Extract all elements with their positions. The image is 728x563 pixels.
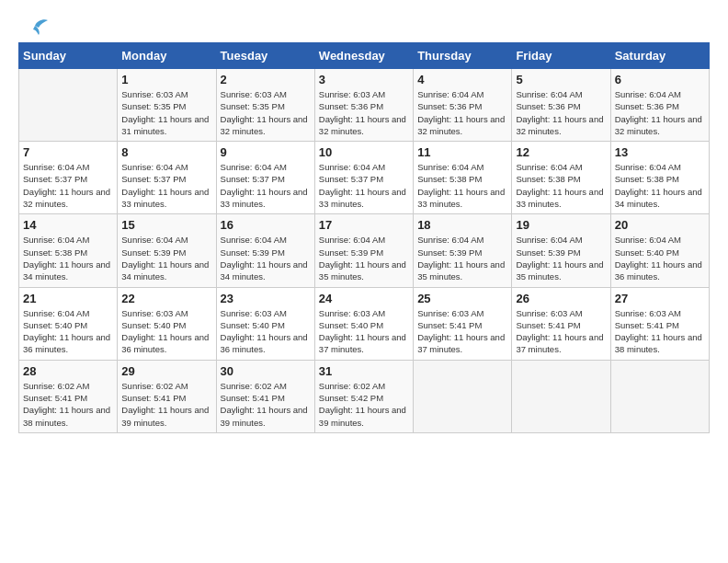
day-info: Sunrise: 6:04 AMSunset: 5:40 PMDaylight:… — [615, 234, 705, 282]
calendar-cell: 19Sunrise: 6:04 AMSunset: 5:39 PMDayligh… — [512, 214, 610, 287]
calendar-cell: 11Sunrise: 6:04 AMSunset: 5:38 PMDayligh… — [414, 142, 512, 214]
day-number: 22 — [121, 292, 211, 305]
logo-bird-icon — [20, 18, 50, 37]
day-number: 27 — [615, 292, 705, 305]
day-number: 18 — [417, 218, 507, 232]
day-number: 5 — [516, 73, 606, 86]
calendar-cell: 25Sunrise: 6:03 AMSunset: 5:41 PMDayligh… — [414, 287, 512, 360]
day-number: 28 — [23, 364, 113, 378]
day-info: Sunrise: 6:03 AMSunset: 5:40 PMDaylight:… — [319, 307, 409, 356]
day-number: 2 — [221, 73, 311, 86]
day-number: 4 — [417, 73, 507, 86]
calendar-cell: 7Sunrise: 6:04 AMSunset: 5:37 PMDaylight… — [19, 142, 118, 214]
calendar-cell: 31Sunrise: 6:02 AMSunset: 5:42 PMDayligh… — [314, 360, 413, 432]
day-info: Sunrise: 6:02 AMSunset: 5:42 PMDaylight:… — [319, 380, 409, 429]
calendar-table: SundayMondayTuesdayWednesdayThursdayFrid… — [18, 42, 710, 433]
calendar-cell: 15Sunrise: 6:04 AMSunset: 5:39 PMDayligh… — [118, 214, 216, 287]
day-info: Sunrise: 6:03 AMSunset: 5:40 PMDaylight:… — [221, 307, 311, 356]
day-number: 12 — [516, 145, 606, 159]
calendar-cell — [610, 360, 709, 432]
calendar-week-1: 1Sunrise: 6:03 AMSunset: 5:35 PMDaylight… — [19, 69, 710, 142]
calendar-cell — [512, 360, 610, 432]
calendar-cell: 4Sunrise: 6:04 AMSunset: 5:36 PMDaylight… — [414, 69, 512, 142]
day-info: Sunrise: 6:04 AMSunset: 5:37 PMDaylight:… — [23, 161, 113, 210]
day-number: 31 — [319, 364, 409, 378]
calendar-cell: 29Sunrise: 6:02 AMSunset: 5:41 PMDayligh… — [118, 360, 216, 432]
day-number: 19 — [516, 218, 606, 232]
calendar-week-4: 21Sunrise: 6:04 AMSunset: 5:40 PMDayligh… — [19, 287, 710, 360]
day-info: Sunrise: 6:04 AMSunset: 5:38 PMDaylight:… — [615, 161, 705, 210]
day-info: Sunrise: 6:04 AMSunset: 5:40 PMDaylight:… — [23, 307, 113, 356]
calendar-cell: 1Sunrise: 6:03 AMSunset: 5:35 PMDaylight… — [118, 69, 216, 142]
day-number: 29 — [121, 364, 211, 378]
day-number: 10 — [319, 145, 409, 159]
day-number: 17 — [319, 218, 409, 232]
day-info: Sunrise: 6:04 AMSunset: 5:36 PMDaylight:… — [615, 88, 705, 137]
header-monday: Monday — [118, 43, 216, 69]
calendar-cell: 28Sunrise: 6:02 AMSunset: 5:41 PMDayligh… — [19, 360, 118, 432]
day-info: Sunrise: 6:02 AMSunset: 5:41 PMDaylight:… — [23, 380, 113, 429]
header-tuesday: Tuesday — [216, 43, 314, 69]
calendar-cell: 9Sunrise: 6:04 AMSunset: 5:37 PMDaylight… — [216, 142, 314, 214]
header-sunday: Sunday — [19, 43, 118, 69]
calendar-cell: 6Sunrise: 6:04 AMSunset: 5:36 PMDaylight… — [610, 69, 709, 142]
day-info: Sunrise: 6:04 AMSunset: 5:38 PMDaylight:… — [516, 161, 606, 210]
day-number: 13 — [615, 145, 705, 159]
day-number: 20 — [615, 218, 705, 232]
calendar-header-row: SundayMondayTuesdayWednesdayThursdayFrid… — [19, 43, 710, 69]
day-info: Sunrise: 6:04 AMSunset: 5:38 PMDaylight:… — [23, 234, 113, 282]
calendar-cell: 23Sunrise: 6:03 AMSunset: 5:40 PMDayligh… — [216, 287, 314, 360]
day-number: 8 — [121, 145, 211, 159]
day-number: 3 — [319, 73, 409, 86]
day-number: 21 — [23, 292, 113, 305]
calendar-cell: 26Sunrise: 6:03 AMSunset: 5:41 PMDayligh… — [512, 287, 610, 360]
day-info: Sunrise: 6:03 AMSunset: 5:41 PMDaylight:… — [615, 307, 705, 356]
calendar-week-2: 7Sunrise: 6:04 AMSunset: 5:37 PMDaylight… — [19, 142, 710, 214]
day-info: Sunrise: 6:02 AMSunset: 5:41 PMDaylight:… — [121, 380, 211, 429]
page-header — [18, 18, 710, 33]
day-number: 26 — [516, 292, 606, 305]
day-number: 6 — [615, 73, 705, 86]
day-number: 7 — [23, 145, 113, 159]
day-info: Sunrise: 6:03 AMSunset: 5:35 PMDaylight:… — [121, 88, 211, 137]
day-info: Sunrise: 6:03 AMSunset: 5:35 PMDaylight:… — [221, 88, 311, 137]
calendar-cell: 2Sunrise: 6:03 AMSunset: 5:35 PMDaylight… — [216, 69, 314, 142]
day-info: Sunrise: 6:04 AMSunset: 5:36 PMDaylight:… — [417, 88, 507, 137]
calendar-cell — [414, 360, 512, 432]
calendar-cell: 24Sunrise: 6:03 AMSunset: 5:40 PMDayligh… — [314, 287, 413, 360]
day-number: 23 — [221, 292, 311, 305]
calendar-cell: 14Sunrise: 6:04 AMSunset: 5:38 PMDayligh… — [19, 214, 118, 287]
calendar-week-5: 28Sunrise: 6:02 AMSunset: 5:41 PMDayligh… — [19, 360, 710, 432]
day-number: 1 — [121, 73, 211, 86]
calendar-week-3: 14Sunrise: 6:04 AMSunset: 5:38 PMDayligh… — [19, 214, 710, 287]
calendar-cell: 20Sunrise: 6:04 AMSunset: 5:40 PMDayligh… — [610, 214, 709, 287]
day-info: Sunrise: 6:03 AMSunset: 5:41 PMDaylight:… — [417, 307, 507, 356]
day-number: 14 — [23, 218, 113, 232]
day-number: 16 — [221, 218, 311, 232]
calendar-cell: 10Sunrise: 6:04 AMSunset: 5:37 PMDayligh… — [314, 142, 413, 214]
calendar-cell: 13Sunrise: 6:04 AMSunset: 5:38 PMDayligh… — [610, 142, 709, 214]
day-info: Sunrise: 6:04 AMSunset: 5:37 PMDaylight:… — [221, 161, 311, 210]
calendar-cell: 30Sunrise: 6:02 AMSunset: 5:41 PMDayligh… — [216, 360, 314, 432]
calendar-cell: 18Sunrise: 6:04 AMSunset: 5:39 PMDayligh… — [414, 214, 512, 287]
day-number: 30 — [221, 364, 311, 378]
calendar-cell: 22Sunrise: 6:03 AMSunset: 5:40 PMDayligh… — [118, 287, 216, 360]
day-info: Sunrise: 6:04 AMSunset: 5:39 PMDaylight:… — [417, 234, 507, 282]
header-thursday: Thursday — [414, 43, 512, 69]
day-info: Sunrise: 6:03 AMSunset: 5:40 PMDaylight:… — [121, 307, 211, 356]
day-info: Sunrise: 6:03 AMSunset: 5:41 PMDaylight:… — [516, 307, 606, 356]
day-number: 25 — [417, 292, 507, 305]
day-number: 9 — [221, 145, 311, 159]
day-info: Sunrise: 6:04 AMSunset: 5:39 PMDaylight:… — [121, 234, 211, 282]
calendar-cell: 12Sunrise: 6:04 AMSunset: 5:38 PMDayligh… — [512, 142, 610, 214]
calendar-cell: 21Sunrise: 6:04 AMSunset: 5:40 PMDayligh… — [19, 287, 118, 360]
header-friday: Friday — [512, 43, 610, 69]
day-info: Sunrise: 6:04 AMSunset: 5:39 PMDaylight:… — [221, 234, 311, 282]
day-info: Sunrise: 6:04 AMSunset: 5:37 PMDaylight:… — [319, 161, 409, 210]
day-number: 24 — [319, 292, 409, 305]
header-wednesday: Wednesday — [314, 43, 413, 69]
header-saturday: Saturday — [610, 43, 709, 69]
day-info: Sunrise: 6:04 AMSunset: 5:36 PMDaylight:… — [516, 88, 606, 137]
calendar-cell: 8Sunrise: 6:04 AMSunset: 5:37 PMDaylight… — [118, 142, 216, 214]
logo — [18, 18, 50, 33]
